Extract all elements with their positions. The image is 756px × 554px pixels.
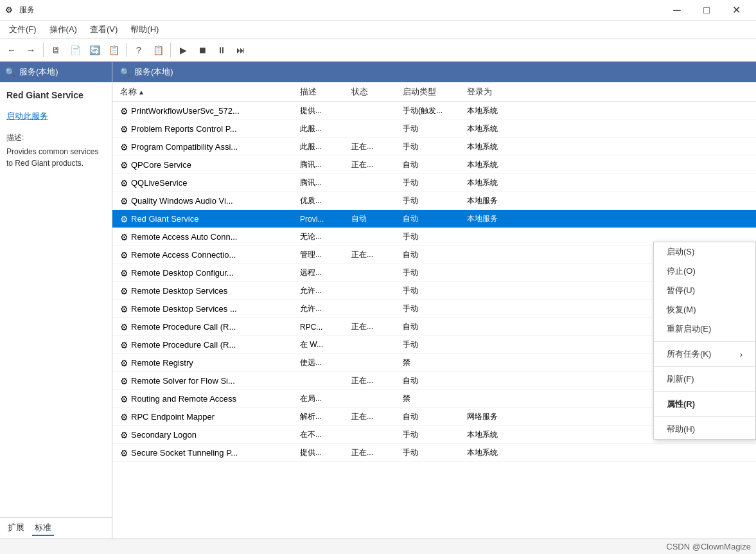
ctx-properties[interactable]: 属性(R) xyxy=(654,395,755,414)
toolbar: ← → 🖥 📄 🔄 📋 ? 📋 ▶ ⏹ ⏸ ⏭ xyxy=(0,39,756,62)
ctx-all-tasks[interactable]: 所有任务(K) › xyxy=(654,344,755,364)
start-button[interactable]: ▶ xyxy=(174,41,192,59)
table-row[interactable]: ⚙ Problem Reports Control P... 此服... 手动 … xyxy=(112,120,756,138)
refresh-button[interactable]: 🔄 xyxy=(85,41,103,59)
sidebar-tab-expand[interactable]: 扩展 xyxy=(5,521,27,536)
col-start-type[interactable]: 启动类型 xyxy=(400,85,464,99)
maximize-button[interactable]: □ xyxy=(692,0,721,21)
cell-start-type-4: 手动 xyxy=(400,176,464,190)
back-button[interactable]: ← xyxy=(3,41,21,59)
sidebar-desc: Provides common services to Red Giant pr… xyxy=(6,146,105,169)
cell-logon-18: 本地系统 xyxy=(464,428,529,442)
cell-logon-6: 本地服务 xyxy=(464,212,529,226)
minimize-button[interactable]: ─ xyxy=(662,0,692,21)
col-desc[interactable]: 描述 xyxy=(297,85,349,99)
cell-status-2: 正在... xyxy=(349,140,400,154)
cell-desc-2: 此服... xyxy=(297,140,349,154)
stop-button[interactable]: ⏹ xyxy=(193,41,211,59)
sidebar-start-link[interactable]: 启动此服务 xyxy=(6,111,105,122)
cell-name-12: ⚙ Remote Procedure Call (R... xyxy=(118,321,297,333)
cell-status-4 xyxy=(349,182,400,184)
cell-name-8: ⚙ Remote Access Connectio... xyxy=(118,249,297,261)
ctx-restart[interactable]: 重新启动(E) xyxy=(654,319,755,339)
service-icon-14: ⚙ xyxy=(120,359,128,368)
table-row[interactable]: ⚙ Secure Socket Tunneling P... 提供... 正在.… xyxy=(112,444,756,462)
cell-name-17: ⚙ RPC Endpoint Mapper xyxy=(118,411,297,423)
cell-logon-2: 本地系统 xyxy=(464,140,529,154)
menu-action[interactable]: 操作(A) xyxy=(43,21,84,38)
properties-button[interactable]: 📄 xyxy=(66,41,84,59)
cell-desc-11: 允许... xyxy=(297,302,349,316)
cell-name-19: ⚙ Secure Socket Tunneling P... xyxy=(118,447,297,459)
cell-start-type-1: 手动 xyxy=(400,122,464,136)
cell-status-14 xyxy=(349,362,400,364)
cell-desc-1: 此服... xyxy=(297,122,349,136)
cell-start-type-19: 手动 xyxy=(400,446,464,460)
ctx-refresh[interactable]: 刷新(F) xyxy=(654,370,755,389)
cell-logon-13 xyxy=(464,344,529,346)
show-scope-button[interactable]: 🖥 xyxy=(47,41,65,59)
cell-start-type-2: 手动 xyxy=(400,140,464,154)
sidebar-header-label: 服务(本地) xyxy=(19,66,58,78)
cell-start-type-11: 手动 xyxy=(400,302,464,316)
ctx-start[interactable]: 启动(S) xyxy=(654,242,755,262)
cell-logon-1: 本地系统 xyxy=(464,122,529,136)
menu-file[interactable]: 文件(F) xyxy=(3,21,43,38)
table-row[interactable]: ⚙ Program Compatibility Assi... 此服... 正在… xyxy=(112,138,756,156)
table-row[interactable]: ⚙ QPCore Service 腾讯... 正在... 自动 本地系统 xyxy=(112,156,756,174)
help2-button[interactable]: 📋 xyxy=(149,41,167,59)
cell-desc-14: 使远... xyxy=(297,356,349,370)
help-button[interactable]: ? xyxy=(130,41,148,59)
service-icon-9: ⚙ xyxy=(120,269,128,278)
sidebar: 🔍 服务(本地) Red Giant Service 启动此服务 描述: Pro… xyxy=(0,62,112,539)
services-header: 🔍 服务(本地) xyxy=(112,62,756,82)
service-icon-10: ⚙ xyxy=(120,287,128,296)
cell-status-7 xyxy=(349,236,400,238)
cell-desc-4: 腾讯... xyxy=(297,176,349,190)
context-menu: 启动(S) 停止(O) 暂停(U) 恢复(M) 重新启动(E) 所有任务(K) … xyxy=(653,242,756,440)
cell-logon-4: 本地系统 xyxy=(464,176,529,190)
cell-start-type-3: 自动 xyxy=(400,158,464,172)
pause-button[interactable]: ⏸ xyxy=(213,41,231,59)
ctx-stop[interactable]: 停止(O) xyxy=(654,262,755,281)
ctx-pause[interactable]: 暂停(U) xyxy=(654,281,755,300)
service-icon-11: ⚙ xyxy=(120,305,128,314)
ctx-sep-4 xyxy=(654,416,755,417)
menu-help[interactable]: 帮助(H) xyxy=(124,21,165,38)
col-name[interactable]: 名称 ▲ xyxy=(118,85,297,99)
ctx-resume[interactable]: 恢复(M) xyxy=(654,300,755,319)
export-button[interactable]: 📋 xyxy=(105,41,123,59)
cell-logon-9 xyxy=(464,272,529,274)
restart-button[interactable]: ⏭ xyxy=(232,41,250,59)
service-icon-8: ⚙ xyxy=(120,251,128,260)
table-row[interactable]: ⚙ PrintWorkflowUserSvc_572... 提供... 手动(触… xyxy=(112,102,756,120)
table-row[interactable]: ⚙ Quality Windows Audio Vi... 优质... 手动 本… xyxy=(112,192,756,210)
ctx-sep-3 xyxy=(654,391,755,392)
close-button[interactable]: ✕ xyxy=(721,0,751,21)
cell-logon-17: 网络服务 xyxy=(464,410,529,424)
cell-logon-10 xyxy=(464,290,529,292)
services-search-icon: 🔍 xyxy=(120,67,130,77)
col-status[interactable]: 状态 xyxy=(349,85,400,99)
cell-desc-6: Provi... xyxy=(297,213,349,225)
menu-view[interactable]: 查看(V) xyxy=(84,21,124,38)
cell-start-type-12: 自动 xyxy=(400,320,464,334)
forward-button[interactable]: → xyxy=(22,41,40,59)
cell-status-15: 正在... xyxy=(349,374,400,388)
cell-logon-7 xyxy=(464,236,529,238)
col-logon[interactable]: 登录为 xyxy=(464,85,529,99)
ctx-help[interactable]: 帮助(H) xyxy=(654,420,755,439)
cell-start-type-10: 手动 xyxy=(400,284,464,298)
cell-name-18: ⚙ Secondary Logon xyxy=(118,429,297,441)
service-icon-0: ⚙ xyxy=(120,107,128,116)
cell-name-15: ⚙ Remote Solver for Flow Si... xyxy=(118,375,297,387)
table-row[interactable]: ⚙ Red Giant Service Provi... 自动 自动 本地服务 xyxy=(112,210,756,228)
service-icon-12: ⚙ xyxy=(120,323,128,332)
table-row[interactable]: ⚙ QQLiveService 腾讯... 手动 本地系统 xyxy=(112,174,756,192)
sidebar-tab-standard[interactable]: 标准 xyxy=(32,521,54,536)
sidebar-desc-title: 描述: xyxy=(6,132,105,143)
cell-start-type-9: 手动 xyxy=(400,266,464,280)
service-icon-16: ⚙ xyxy=(120,395,128,404)
cell-status-8: 正在... xyxy=(349,248,400,262)
cell-start-type-14: 禁 xyxy=(400,356,464,370)
